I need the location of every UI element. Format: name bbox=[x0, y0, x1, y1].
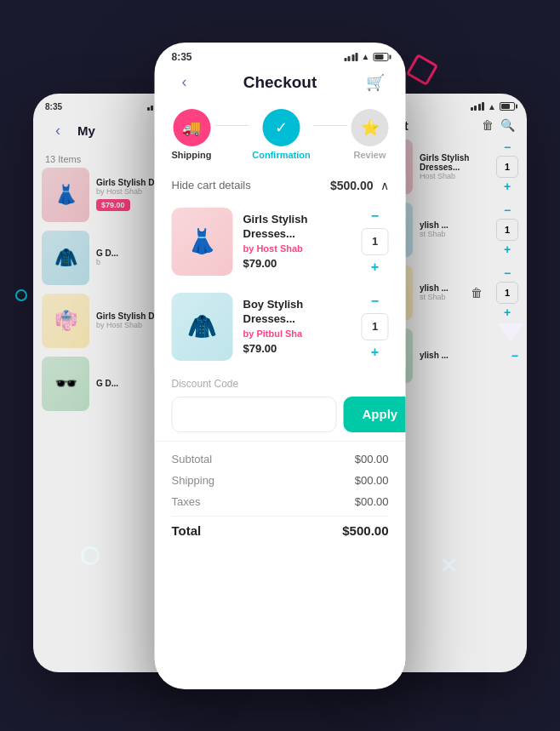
product-1-qty-minus[interactable]: − bbox=[367, 208, 384, 225]
product-1-by-prefix: by bbox=[243, 243, 254, 254]
subtotal-row: Subtotal $00.00 bbox=[172, 448, 389, 470]
qty-value: 1 bbox=[496, 282, 518, 304]
confirmation-step-icon: ✓ bbox=[263, 109, 300, 146]
grand-total-row: Total $500.00 bbox=[172, 516, 389, 541]
product-1-seller: by Host Shab bbox=[243, 243, 351, 254]
qty-value: 1 bbox=[496, 156, 518, 178]
checkout-title: Checkout bbox=[243, 73, 317, 92]
phones-wrapper: 8:35 ▲ ‹ My 13 Items 👗 Girls Stylish Dre… bbox=[33, 43, 527, 689]
product-1-image: 👗 bbox=[172, 208, 233, 276]
subtotal-value: $00.00 bbox=[355, 453, 389, 465]
taxes-value: $00.00 bbox=[355, 495, 389, 508]
product-name: ylish ... bbox=[420, 351, 505, 360]
qty-minus[interactable]: − bbox=[511, 350, 518, 362]
product-name: ylish ... bbox=[420, 220, 489, 230]
step-divider-1 bbox=[215, 125, 249, 126]
product-thumb: 🕶️ bbox=[42, 357, 89, 411]
cart-details-header: Hide cart details $500.00 ∧ bbox=[155, 172, 406, 199]
product-price: $79.00 bbox=[96, 199, 130, 211]
step-shipping: 🚚 Shipping bbox=[172, 109, 212, 160]
product-by: st Shab bbox=[420, 293, 457, 301]
grand-total-label: Total bbox=[172, 523, 202, 538]
product-2-qty-plus[interactable]: + bbox=[367, 344, 384, 361]
product-by: st Shab bbox=[420, 230, 489, 238]
product-info: ylish ... st Shab bbox=[420, 283, 457, 301]
product-thumb: 👘 bbox=[42, 294, 89, 348]
signal-icon bbox=[471, 102, 485, 111]
back-right-status-icons: ▲ bbox=[471, 102, 515, 111]
shipping-label: Shipping bbox=[172, 474, 215, 487]
product-2-image: 🧥 bbox=[172, 293, 233, 361]
apply-button[interactable]: Apply bbox=[344, 397, 406, 432]
totals-section: Subtotal $00.00 Shipping $00.00 Taxes $0… bbox=[155, 441, 406, 548]
checkout-steps: 🚚 Shipping ✓ Confirmation ⭐ Review bbox=[155, 104, 406, 172]
product-by: Host Shab bbox=[420, 172, 489, 180]
taxes-row: Taxes $00.00 bbox=[172, 491, 389, 512]
hide-cart-label[interactable]: Hide cart details bbox=[172, 179, 251, 191]
qty-minus[interactable]: − bbox=[504, 204, 511, 216]
discount-input[interactable] bbox=[172, 397, 337, 432]
qty-plus[interactable]: + bbox=[504, 306, 511, 318]
taxes-label: Taxes bbox=[172, 495, 201, 508]
wifi-icon: ▲ bbox=[488, 102, 496, 111]
step-confirmation: ✓ Confirmation bbox=[252, 109, 310, 160]
product-thumb: 🧥 bbox=[42, 231, 89, 285]
back-left-back-btn[interactable]: ‹ bbox=[45, 118, 71, 144]
product-name: ylish ... bbox=[420, 283, 457, 293]
qty-minus[interactable]: − bbox=[504, 141, 511, 153]
chevron-up-icon[interactable]: ∧ bbox=[380, 179, 389, 192]
step-divider-2 bbox=[314, 125, 348, 126]
delete-icon[interactable]: 🗑 bbox=[471, 286, 483, 300]
qty-value: 1 bbox=[496, 219, 518, 241]
product-1-qty-control: − + bbox=[362, 208, 389, 276]
shipping-value: $00.00 bbox=[355, 474, 389, 487]
product-2-info: Boy Stylish Dresses... by Pitbul Sha $79… bbox=[243, 298, 351, 355]
phone-front: 8:35 ▲ ‹ Checkout 🛒 🚚 Shipping ✓ bbox=[155, 43, 406, 689]
discount-section: Discount Code Apply bbox=[155, 369, 406, 441]
product-1-seller-name: Host Shab bbox=[256, 243, 302, 254]
qty-plus[interactable]: + bbox=[504, 243, 511, 255]
product-info: Girls Stylish Dresses... Host Shab bbox=[420, 153, 489, 180]
cart-button[interactable]: 🛒 bbox=[363, 70, 388, 95]
product-2-qty-minus[interactable]: − bbox=[367, 293, 384, 310]
back-left-title: My bbox=[77, 123, 95, 138]
product-2-qty-input[interactable] bbox=[362, 313, 389, 340]
qty-plus[interactable]: + bbox=[504, 180, 511, 192]
status-bar: 8:35 ▲ bbox=[155, 43, 406, 66]
cart-total-area: $500.00 ∧ bbox=[330, 179, 389, 192]
back-button[interactable]: ‹ bbox=[172, 70, 197, 95]
product-2-seller: by Pitbul Sha bbox=[243, 328, 351, 339]
deco-circle-small bbox=[15, 289, 27, 301]
product-1-info: Girls Stylish Dresses... by Host Shab $7… bbox=[243, 213, 351, 270]
checkout-header: ‹ Checkout 🛒 bbox=[155, 66, 406, 104]
wifi-icon: ▲ bbox=[362, 52, 370, 61]
qty-control: − 1 + bbox=[496, 141, 518, 192]
product-1-qty-plus[interactable]: + bbox=[367, 259, 384, 276]
product-card-2: 🧥 Boy Stylish Dresses... by Pitbul Sha $… bbox=[155, 284, 406, 369]
qty-control: − 1 + bbox=[496, 267, 518, 318]
product-card-1: 👗 Girls Stylish Dresses... by Host Shab … bbox=[155, 199, 406, 284]
product-info: ylish ... bbox=[420, 351, 505, 360]
subtotal-label: Subtotal bbox=[172, 453, 213, 465]
product-2-name: Boy Stylish Dresses... bbox=[243, 298, 351, 327]
battery-icon bbox=[500, 102, 515, 111]
confirmation-step-label: Confirmation bbox=[252, 150, 310, 160]
back-left-time: 8:35 bbox=[45, 102, 62, 111]
shipping-step-label: Shipping bbox=[172, 150, 212, 160]
cart-total-value: $500.00 bbox=[330, 179, 374, 192]
search-icon[interactable]: 🔍 bbox=[500, 118, 515, 132]
product-2-qty-control: − + bbox=[362, 293, 389, 361]
qty-minus[interactable]: − bbox=[504, 267, 511, 279]
shipping-step-icon: 🚚 bbox=[173, 109, 210, 146]
step-review: ⭐ Review bbox=[351, 109, 389, 160]
product-1-qty-input[interactable] bbox=[362, 228, 389, 255]
status-icons: ▲ bbox=[344, 52, 388, 61]
product-2-seller-name: Pitbul Sha bbox=[256, 328, 302, 339]
product-name: Girls Stylish Dresses... bbox=[420, 153, 489, 172]
back-right-header-icons: 🗑 🔍 bbox=[482, 118, 515, 132]
grand-total-value: $500.00 bbox=[342, 523, 388, 538]
review-step-icon: ⭐ bbox=[351, 109, 389, 146]
trash-icon[interactable]: 🗑 bbox=[482, 118, 494, 132]
discount-label: Discount Code bbox=[172, 378, 389, 390]
product-2-by-prefix: by bbox=[243, 328, 254, 339]
